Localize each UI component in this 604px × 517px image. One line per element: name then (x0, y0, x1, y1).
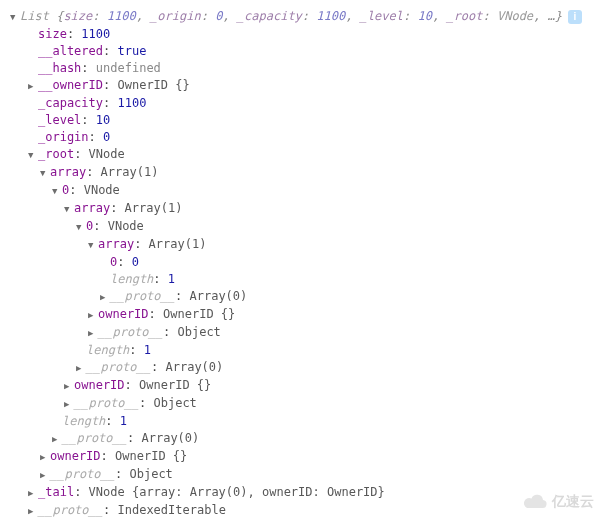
collapsed-arrow-icon[interactable]: ▶ (28, 78, 38, 95)
prop-tail[interactable]: ▶_tail: VNode {array: Array(0), ownerID:… (10, 484, 594, 502)
prop-index-0[interactable]: ▼0: VNode (10, 218, 594, 236)
prop-level[interactable]: _level: 10 (10, 112, 594, 129)
collapsed-arrow-icon[interactable]: ▶ (52, 431, 62, 448)
expand-arrow-icon[interactable]: ▼ (88, 237, 98, 254)
collapsed-arrow-icon[interactable]: ▶ (88, 325, 98, 342)
object-summary: {size: 1100, _origin: 0, _capacity: 1100… (56, 9, 562, 23)
prop-ownerid[interactable]: ▶ownerID: OwnerID {} (10, 377, 594, 395)
prop-hash[interactable]: __hash: undefined (10, 60, 594, 77)
collapsed-arrow-icon[interactable]: ▶ (100, 289, 110, 306)
prop-proto[interactable]: ▶__proto__: IndexedIterable (10, 502, 594, 517)
tree-root[interactable]: ▼List {size: 1100, _origin: 0, _capacity… (10, 8, 594, 26)
collapsed-arrow-icon[interactable]: ▶ (28, 485, 38, 502)
prop-proto[interactable]: ▶__proto__: Array(0) (10, 288, 594, 306)
collapsed-arrow-icon[interactable]: ▶ (64, 396, 74, 413)
prop-index-0[interactable]: ▼0: VNode (10, 182, 594, 200)
prop-size[interactable]: size: 1100 (10, 26, 594, 43)
prop-array[interactable]: ▼array: Array(1) (10, 200, 594, 218)
collapsed-arrow-icon[interactable]: ▶ (64, 378, 74, 395)
watermark: 亿速云 (523, 493, 594, 510)
prop-root[interactable]: ▼_root: VNode (10, 146, 594, 164)
collapsed-arrow-icon[interactable]: ▶ (40, 449, 50, 466)
collapsed-arrow-icon[interactable]: ▶ (76, 360, 86, 377)
prop-ownerid[interactable]: ▶ownerID: OwnerID {} (10, 306, 594, 324)
info-icon[interactable]: i (568, 10, 582, 24)
prop-proto[interactable]: ▶__proto__: Array(0) (10, 430, 594, 448)
expand-arrow-icon[interactable]: ▼ (52, 183, 62, 200)
prop-array[interactable]: ▼array: Array(1) (10, 164, 594, 182)
prop-altered[interactable]: __altered: true (10, 43, 594, 60)
prop-proto[interactable]: ▶__proto__: Object (10, 324, 594, 342)
expand-arrow-icon[interactable]: ▼ (40, 165, 50, 182)
expand-arrow-icon[interactable]: ▼ (10, 9, 20, 26)
prop-proto[interactable]: ▶__proto__: Object (10, 466, 594, 484)
prop-length[interactable]: length: 1 (10, 413, 594, 430)
collapsed-arrow-icon[interactable]: ▶ (88, 307, 98, 324)
prop-proto[interactable]: ▶__proto__: Array(0) (10, 359, 594, 377)
expand-arrow-icon[interactable]: ▼ (28, 147, 38, 164)
prop-ownerid[interactable]: ▶__ownerID: OwnerID {} (10, 77, 594, 95)
cloud-icon (523, 494, 549, 510)
expand-arrow-icon[interactable]: ▼ (76, 219, 86, 236)
prop-origin[interactable]: _origin: 0 (10, 129, 594, 146)
collapsed-arrow-icon[interactable]: ▶ (28, 503, 38, 517)
prop-ownerid[interactable]: ▶ownerID: OwnerID {} (10, 448, 594, 466)
prop-length[interactable]: length: 1 (10, 342, 594, 359)
expand-arrow-icon[interactable]: ▼ (64, 201, 74, 218)
prop-array[interactable]: ▼array: Array(1) (10, 236, 594, 254)
prop-length[interactable]: length: 1 (10, 271, 594, 288)
prop-proto[interactable]: ▶__proto__: Object (10, 395, 594, 413)
object-type: List (20, 9, 49, 23)
collapsed-arrow-icon[interactable]: ▶ (40, 467, 50, 484)
prop-capacity[interactable]: _capacity: 1100 (10, 95, 594, 112)
prop-index-0[interactable]: 0: 0 (10, 254, 594, 271)
